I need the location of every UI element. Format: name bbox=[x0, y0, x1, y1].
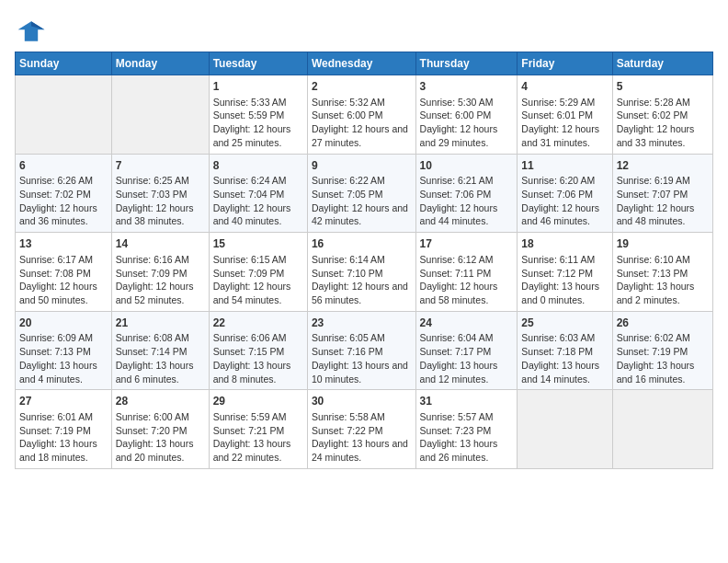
day-cell: 21Sunrise: 6:08 AMSunset: 7:14 PMDayligh… bbox=[111, 311, 209, 390]
sunset-text: Sunset: 5:59 PM bbox=[213, 109, 303, 122]
sunset-text: Sunset: 7:13 PM bbox=[617, 267, 709, 281]
calendar-table: SundayMondayTuesdayWednesdayThursdayFrid… bbox=[15, 52, 713, 469]
daylight-text: Daylight: 12 hours and 33 minutes. bbox=[617, 122, 709, 149]
sunrise-text: Sunrise: 5:28 AM bbox=[617, 96, 709, 109]
sunset-text: Sunset: 7:21 PM bbox=[213, 424, 303, 438]
sunset-text: Sunset: 7:06 PM bbox=[521, 188, 608, 201]
day-cell: 25Sunrise: 6:03 AMSunset: 7:18 PMDayligh… bbox=[518, 311, 612, 390]
sunset-text: Sunset: 7:16 PM bbox=[312, 345, 412, 359]
day-cell: 8Sunrise: 6:24 AMSunset: 7:04 PMDaylight… bbox=[209, 154, 307, 233]
column-header-thursday: Thursday bbox=[415, 52, 518, 75]
sunrise-text: Sunrise: 6:04 AM bbox=[420, 331, 514, 345]
daylight-text: Daylight: 13 hours and 0 minutes. bbox=[521, 280, 608, 306]
day-number: 14 bbox=[116, 236, 205, 252]
column-header-sunday: Sunday bbox=[16, 52, 112, 75]
day-cell: 20Sunrise: 6:09 AMSunset: 7:13 PMDayligh… bbox=[16, 311, 112, 390]
day-number: 2 bbox=[312, 79, 412, 95]
sunrise-text: Sunrise: 6:22 AM bbox=[312, 174, 412, 188]
week-row-1: 1Sunrise: 5:33 AMSunset: 5:59 PMDaylight… bbox=[16, 75, 713, 155]
sunset-text: Sunset: 6:02 PM bbox=[617, 109, 709, 122]
column-header-monday: Monday bbox=[111, 52, 209, 75]
daylight-text: Daylight: 12 hours and 56 minutes. bbox=[312, 280, 412, 306]
day-number: 3 bbox=[420, 79, 514, 95]
day-number: 10 bbox=[420, 158, 514, 174]
day-number: 31 bbox=[420, 394, 514, 409]
day-number: 4 bbox=[521, 79, 608, 95]
daylight-text: Daylight: 12 hours and 46 minutes. bbox=[521, 201, 608, 228]
sunset-text: Sunset: 7:09 PM bbox=[213, 267, 303, 281]
day-cell: 27Sunrise: 6:01 AMSunset: 7:19 PMDayligh… bbox=[16, 390, 112, 469]
page-header bbox=[15, 15, 713, 48]
sunrise-text: Sunrise: 6:19 AM bbox=[617, 174, 709, 188]
day-cell: 13Sunrise: 6:17 AMSunset: 7:08 PMDayligh… bbox=[16, 233, 112, 312]
sunset-text: Sunset: 7:22 PM bbox=[312, 424, 412, 438]
day-cell bbox=[111, 75, 209, 155]
day-number: 12 bbox=[617, 158, 709, 174]
day-number: 5 bbox=[617, 79, 709, 95]
day-cell: 30Sunrise: 5:58 AMSunset: 7:22 PMDayligh… bbox=[307, 390, 415, 469]
sunrise-text: Sunrise: 6:00 AM bbox=[116, 410, 205, 424]
daylight-text: Daylight: 13 hours and 16 minutes. bbox=[617, 359, 709, 385]
week-row-4: 20Sunrise: 6:09 AMSunset: 7:13 PMDayligh… bbox=[16, 311, 713, 390]
sunrise-text: Sunrise: 6:02 AM bbox=[617, 331, 709, 345]
day-cell: 31Sunrise: 5:57 AMSunset: 7:23 PMDayligh… bbox=[415, 390, 518, 469]
daylight-text: Daylight: 12 hours and 36 minutes. bbox=[19, 201, 108, 228]
day-number: 24 bbox=[420, 316, 514, 331]
day-cell: 10Sunrise: 6:21 AMSunset: 7:06 PMDayligh… bbox=[415, 154, 518, 233]
day-number: 19 bbox=[617, 236, 709, 252]
sunset-text: Sunset: 7:19 PM bbox=[617, 345, 709, 359]
sunset-text: Sunset: 6:00 PM bbox=[420, 109, 514, 122]
logo bbox=[15, 15, 51, 48]
column-header-tuesday: Tuesday bbox=[209, 52, 307, 75]
sunset-text: Sunset: 7:04 PM bbox=[213, 188, 303, 201]
sunrise-text: Sunrise: 5:29 AM bbox=[521, 96, 608, 109]
daylight-text: Daylight: 13 hours and 12 minutes. bbox=[420, 359, 514, 385]
sunset-text: Sunset: 7:19 PM bbox=[19, 424, 108, 438]
daylight-text: Daylight: 12 hours and 50 minutes. bbox=[19, 280, 108, 306]
sunset-text: Sunset: 7:09 PM bbox=[116, 267, 205, 281]
day-cell: 23Sunrise: 6:05 AMSunset: 7:16 PMDayligh… bbox=[307, 311, 415, 390]
sunrise-text: Sunrise: 6:14 AM bbox=[312, 253, 412, 267]
day-cell: 17Sunrise: 6:12 AMSunset: 7:11 PMDayligh… bbox=[415, 233, 518, 312]
day-cell: 4Sunrise: 5:29 AMSunset: 6:01 PMDaylight… bbox=[518, 75, 612, 155]
day-cell: 6Sunrise: 6:26 AMSunset: 7:02 PMDaylight… bbox=[16, 154, 112, 233]
day-cell: 16Sunrise: 6:14 AMSunset: 7:10 PMDayligh… bbox=[307, 233, 415, 312]
day-number: 20 bbox=[19, 316, 108, 331]
day-number: 29 bbox=[213, 394, 303, 409]
sunset-text: Sunset: 7:05 PM bbox=[312, 188, 412, 201]
sunrise-text: Sunrise: 6:21 AM bbox=[420, 174, 514, 188]
sunset-text: Sunset: 7:08 PM bbox=[19, 267, 108, 281]
sunset-text: Sunset: 7:02 PM bbox=[19, 188, 108, 201]
week-row-5: 27Sunrise: 6:01 AMSunset: 7:19 PMDayligh… bbox=[16, 390, 713, 469]
sunrise-text: Sunrise: 5:57 AM bbox=[420, 410, 514, 424]
day-number: 26 bbox=[617, 316, 709, 331]
column-header-wednesday: Wednesday bbox=[307, 52, 415, 75]
day-cell: 29Sunrise: 5:59 AMSunset: 7:21 PMDayligh… bbox=[209, 390, 307, 469]
day-cell: 14Sunrise: 6:16 AMSunset: 7:09 PMDayligh… bbox=[111, 233, 209, 312]
sunrise-text: Sunrise: 5:59 AM bbox=[213, 410, 303, 424]
day-number: 8 bbox=[213, 158, 303, 174]
day-cell: 1Sunrise: 5:33 AMSunset: 5:59 PMDaylight… bbox=[209, 75, 307, 155]
day-number: 11 bbox=[521, 158, 608, 174]
day-number: 22 bbox=[213, 316, 303, 331]
daylight-text: Daylight: 13 hours and 2 minutes. bbox=[617, 280, 709, 306]
day-number: 6 bbox=[19, 158, 108, 174]
daylight-text: Daylight: 13 hours and 20 minutes. bbox=[116, 437, 205, 464]
day-cell: 22Sunrise: 6:06 AMSunset: 7:15 PMDayligh… bbox=[209, 311, 307, 390]
day-cell: 18Sunrise: 6:11 AMSunset: 7:12 PMDayligh… bbox=[518, 233, 612, 312]
sunset-text: Sunset: 7:14 PM bbox=[116, 345, 205, 359]
day-number: 7 bbox=[116, 158, 205, 174]
day-cell: 12Sunrise: 6:19 AMSunset: 7:07 PMDayligh… bbox=[612, 154, 712, 233]
logo-icon bbox=[15, 15, 48, 48]
day-number: 27 bbox=[19, 394, 108, 409]
column-header-saturday: Saturday bbox=[612, 52, 712, 75]
day-number: 15 bbox=[213, 236, 303, 252]
sunset-text: Sunset: 7:17 PM bbox=[420, 345, 514, 359]
daylight-text: Daylight: 13 hours and 4 minutes. bbox=[19, 359, 108, 385]
daylight-text: Daylight: 13 hours and 24 minutes. bbox=[312, 437, 412, 464]
day-number: 17 bbox=[420, 236, 514, 252]
week-row-2: 6Sunrise: 6:26 AMSunset: 7:02 PMDaylight… bbox=[16, 154, 713, 233]
sunset-text: Sunset: 7:12 PM bbox=[521, 267, 608, 281]
sunset-text: Sunset: 7:06 PM bbox=[420, 188, 514, 201]
week-row-3: 13Sunrise: 6:17 AMSunset: 7:08 PMDayligh… bbox=[16, 233, 713, 312]
